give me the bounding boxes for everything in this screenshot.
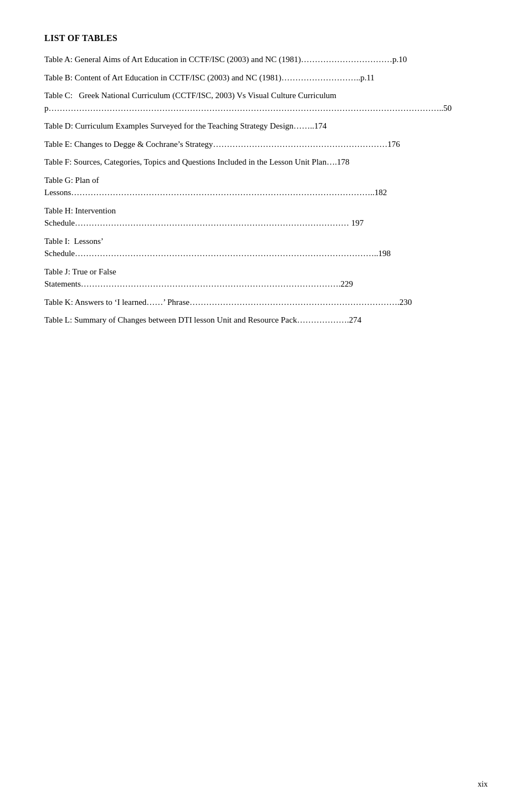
toc-entry-b: Table B: Content of Art Education in CCT… [44,72,488,84]
toc-entry-l-text: Table L: Summary of Changes between DTI … [44,314,361,327]
toc-entry-g-text: Table G: Plan of Lessons…………………………………………… [44,174,421,199]
toc-entry-a-text: Table A: General Aims of Art Education i… [44,53,407,66]
toc-entry-l: Table L: Summary of Changes between DTI … [44,314,488,327]
toc-entry-e: Table E: Changes to Degge & Cochrane’s S… [44,138,488,151]
toc-entry-c-text: Table C: Greek National Curriculum (CCTF… [44,89,421,114]
toc-entry-i-text: Table I: Lessons’ Schedule……………………………………… [44,235,421,260]
page-number: xix [478,780,488,789]
page-content: LIST OF TABLES Table A: General Aims of … [0,0,532,811]
toc-entry-k-text: Table K: Answers to ‘I learned……’ Phrase… [44,296,412,309]
toc-entry-h: Table H: Intervention Schedule…………………………… [44,205,488,229]
toc-entry-c: Table C: Greek National Curriculum (CCTF… [44,89,488,114]
toc-entry-d-text: Table D: Curriculum Examples Surveyed fo… [44,120,327,132]
toc-entry-a: Table A: General Aims of Art Education i… [44,53,488,66]
toc-entry-j-text: Table J: True or False Statements…………………… [44,266,421,290]
toc-entry-b-text: Table B: Content of Art Education in CCT… [44,72,375,84]
toc-entry-g: Table G: Plan of Lessons…………………………………………… [44,174,488,199]
toc-entry-f: Table F: Sources, Categories, Topics and… [44,156,488,169]
toc-entry-d: Table D: Curriculum Examples Surveyed fo… [44,120,488,132]
toc-list: Table A: General Aims of Art Education i… [44,53,488,327]
toc-entry-e-text: Table E: Changes to Degge & Cochrane’s S… [44,138,400,151]
page-title: LIST OF TABLES [44,33,488,43]
toc-entry-j: Table J: True or False Statements…………………… [44,266,488,290]
toc-entry-i: Table I: Lessons’ Schedule……………………………………… [44,235,488,260]
toc-entry-f-text: Table F: Sources, Categories, Topics and… [44,156,349,169]
toc-entry-h-text: Table H: Intervention Schedule…………………………… [44,205,421,229]
toc-entry-k: Table K: Answers to ‘I learned……’ Phrase… [44,296,488,309]
